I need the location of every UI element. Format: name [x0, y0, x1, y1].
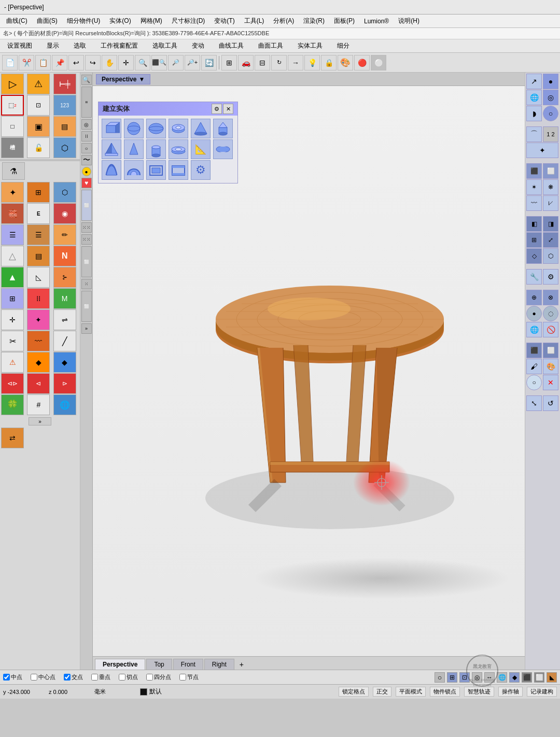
- lt-pen[interactable]: ✏: [53, 224, 76, 245]
- tb-car[interactable]: 🚗: [238, 55, 254, 70]
- rt-fan[interactable]: ❋: [543, 179, 558, 195]
- lt-hashtag[interactable]: #: [27, 394, 50, 415]
- sec-workspace[interactable]: 工作视窗配置: [99, 40, 140, 51]
- lt-n[interactable]: N: [53, 246, 76, 266]
- lt-frame[interactable]: ⬚2: [1, 95, 24, 116]
- lt-warning[interactable]: ⚠: [27, 74, 50, 94]
- lt-slash[interactable]: ╱: [53, 331, 76, 351]
- sec-curve-tool[interactable]: 曲线工具: [217, 40, 246, 51]
- vp-tab-perspective[interactable]: Perspective: [95, 659, 145, 670]
- snap-icon-8[interactable]: ⬛: [522, 672, 532, 683]
- rt-diamond[interactable]: ◇: [526, 248, 542, 264]
- lm-yellow-circle[interactable]: ●: [82, 167, 91, 176]
- rt-arrow-move[interactable]: ↗: [526, 74, 542, 89]
- lt-point[interactable]: ✦: [1, 182, 24, 203]
- vp-tab-add[interactable]: +: [235, 659, 248, 670]
- tb-zoom-sel[interactable]: 🔎+: [185, 55, 200, 70]
- rt-wrench2[interactable]: ⚙: [543, 269, 558, 285]
- lm-four-dots[interactable]: ⁞⁞: [81, 131, 92, 141]
- lt-tri-green[interactable]: ▲: [1, 267, 24, 288]
- rt-box3d[interactable]: ◧: [526, 216, 542, 232]
- lt-arrows3[interactable]: ⇌: [53, 309, 76, 330]
- lt-dot-frame[interactable]: ⊡: [27, 95, 50, 116]
- menu-render[interactable]: 渲染(R): [299, 16, 329, 26]
- lt-anim3[interactable]: ⊳: [53, 373, 76, 394]
- status-lock-grid[interactable]: 锁定格点: [339, 687, 369, 697]
- tb-pan[interactable]: ✋: [102, 55, 117, 70]
- menu-subdiv[interactable]: 细分物件(U): [63, 16, 105, 26]
- tb-copy[interactable]: 📋: [35, 55, 51, 70]
- rt-num12[interactable]: 1 2: [543, 126, 558, 142]
- tb-material[interactable]: 🎨: [338, 55, 353, 70]
- lm-heart[interactable]: ♥: [81, 178, 92, 188]
- sec-display[interactable]: 显示: [45, 40, 61, 51]
- tb-grid2[interactable]: ⊟: [255, 55, 270, 70]
- rt-globe[interactable]: 🌐: [526, 90, 542, 105]
- lt-select-arrow[interactable]: ▷: [1, 74, 24, 94]
- rt-cube-b2[interactable]: ⬜: [543, 343, 558, 358]
- solid-arc1[interactable]: [102, 160, 121, 180]
- status-ortho[interactable]: 正交: [373, 687, 391, 697]
- solid-sphere[interactable]: [124, 119, 144, 138]
- rt-star2[interactable]: ✶: [526, 179, 542, 195]
- tb-undo[interactable]: ↩: [68, 55, 84, 70]
- lm-spiral[interactable]: 〜: [81, 155, 92, 165]
- menu-panel[interactable]: 面板(P): [330, 16, 359, 26]
- menu-help[interactable]: 说明(H): [394, 16, 424, 26]
- lt-box[interactable]: ⊞: [27, 182, 50, 203]
- lt-anim2[interactable]: ⊲: [27, 373, 50, 394]
- tb-sphere[interactable]: ⚪: [371, 55, 386, 70]
- lm-dots2[interactable]: ⁙⁙: [81, 222, 92, 233]
- lt-hexagon[interactable]: ⬡: [53, 137, 76, 158]
- snap-intersect[interactable]: 交点: [64, 673, 83, 681]
- solid-pyramid2[interactable]: [124, 139, 144, 159]
- rt-cube-b[interactable]: ⬛: [526, 343, 542, 358]
- menu-analyze[interactable]: 分析(A): [269, 16, 298, 26]
- menu-solid[interactable]: 实体(O): [105, 16, 135, 26]
- rt-ring[interactable]: ◎: [543, 90, 558, 105]
- rt-wrench[interactable]: 🔧: [526, 269, 542, 285]
- solid-wedge[interactable]: 📐: [191, 139, 211, 159]
- solid-arc2[interactable]: [124, 160, 144, 180]
- lm-magnify[interactable]: 🔍: [81, 75, 92, 85]
- rt-cross[interactable]: ✕: [543, 375, 558, 390]
- lt-el[interactable]: E: [27, 203, 50, 224]
- rt-paint2[interactable]: 🎨: [543, 359, 558, 374]
- lm-block2[interactable]: ⬜: [81, 246, 92, 277]
- rt-flat-ring[interactable]: ○: [543, 106, 558, 121]
- lm-ring[interactable]: ○: [81, 143, 92, 153]
- sec-solid-tool[interactable]: 实体工具: [296, 40, 325, 51]
- rt-node1[interactable]: ⊕: [526, 290, 542, 305]
- lt-globe[interactable]: 🌐: [53, 394, 76, 415]
- snap-icon-9[interactable]: ⬜: [534, 672, 544, 683]
- tb-color[interactable]: 🔴: [354, 55, 370, 70]
- lt-warn-small[interactable]: ⚠: [1, 352, 24, 373]
- solid-box[interactable]: [102, 119, 121, 138]
- lt-view-dot[interactable]: ▣: [27, 116, 50, 137]
- tb-zoom-ext[interactable]: 🔎: [168, 55, 184, 70]
- lm-lines[interactable]: ≡: [81, 87, 92, 118]
- tb-arrow-r[interactable]: →: [288, 55, 303, 70]
- snap-midpoint[interactable]: 中点: [3, 673, 22, 681]
- rt-refresh[interactable]: ↺: [543, 395, 558, 411]
- lt-view-rect[interactable]: □: [1, 116, 24, 137]
- lm-dots4[interactable]: ⁙: [81, 279, 92, 289]
- lm-block3[interactable]: ⬜: [81, 291, 92, 322]
- sec-transform[interactable]: 变动: [190, 40, 206, 51]
- rt-star[interactable]: ✦: [526, 143, 558, 158]
- solid-cylinder[interactable]: [146, 139, 166, 159]
- lm-expand[interactable]: »: [81, 323, 92, 334]
- tb-rotate[interactable]: 🔄: [201, 55, 217, 70]
- rt-sphere[interactable]: ●: [543, 74, 558, 89]
- rt-paint[interactable]: 🖌: [526, 359, 542, 374]
- lt-cube-blue[interactable]: ◆: [53, 352, 76, 373]
- snap-icon-10[interactable]: ◣: [547, 672, 557, 683]
- lt-cube-orange[interactable]: ◆: [27, 352, 50, 373]
- menu-lumion[interactable]: Lumion®: [360, 17, 393, 26]
- menu-transform[interactable]: 变动(T): [210, 16, 239, 26]
- sec-subdiv[interactable]: 细分: [335, 40, 352, 51]
- menu-curves[interactable]: 曲线(C): [2, 16, 32, 26]
- lt-arrows-h[interactable]: ⇄: [1, 428, 24, 448]
- snap-center[interactable]: 中心点: [31, 673, 55, 681]
- lt-dots[interactable]: ⁞⁞: [27, 288, 50, 309]
